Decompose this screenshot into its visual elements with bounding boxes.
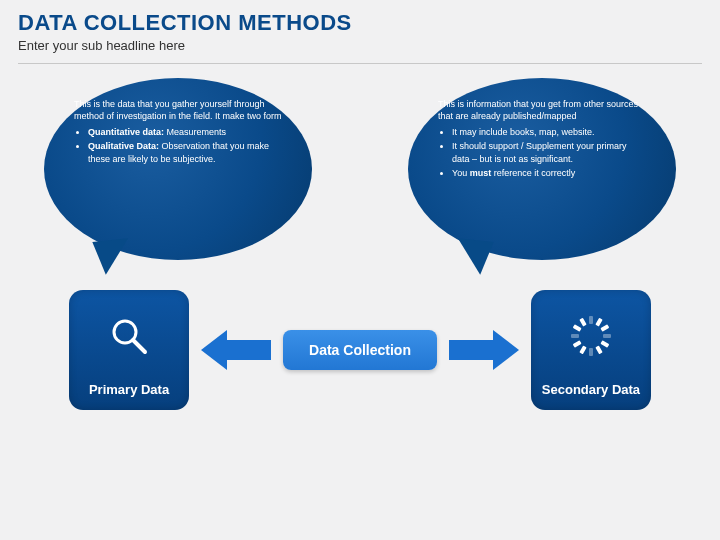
secondary-data-node: Secondary Data [531, 290, 651, 410]
page-title: DATA COLLECTION METHODS [18, 10, 702, 36]
primary-data-label: Primary Data [81, 382, 177, 398]
primary-data-bubble: This is the data that you gather yoursel… [44, 78, 312, 278]
primary-data-node: Primary Data [69, 290, 189, 410]
data-collection-pill: Data Collection [283, 330, 437, 370]
header: DATA COLLECTION METHODS Enter your sub h… [0, 0, 720, 59]
arrow-right-icon [449, 330, 519, 370]
svg-line-1 [133, 340, 145, 352]
magnifier-icon [69, 290, 189, 382]
page-subtitle: Enter your sub headline here [18, 38, 702, 53]
secondary-data-bubble: This is information that you get from ot… [408, 78, 676, 278]
primary-data-description: This is the data that you gather yoursel… [74, 98, 282, 167]
flow-row: Primary Data Data Collection Secondary D… [0, 278, 720, 416]
secondary-data-description: This is information that you get from ot… [438, 98, 646, 181]
speech-bubbles: This is the data that you gather yoursel… [0, 64, 720, 278]
secondary-data-label: Secondary Data [534, 382, 648, 398]
loading-dots-icon [531, 290, 651, 382]
arrow-left-icon [201, 330, 271, 370]
